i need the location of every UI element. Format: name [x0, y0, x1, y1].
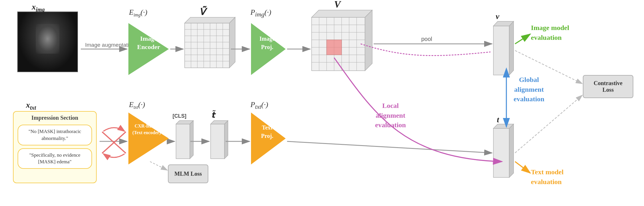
text-encoder-shape — [128, 113, 169, 164]
impression-box: Impression Section "No [MASK] intrathora… — [13, 111, 97, 183]
svg-marker-42 — [190, 121, 193, 159]
svg-line-58 — [515, 162, 530, 173]
x-img-label: ximg — [32, 2, 45, 13]
svg-marker-14 — [229, 17, 235, 68]
text-encoder-label: CXR-BERT (Text encoder) — [129, 123, 164, 136]
svg-rect-0 — [185, 23, 229, 68]
impression-sentence-1: "No [MASK] intrathoracic abnormality." — [18, 125, 92, 145]
t-small-label: t — [497, 115, 499, 124]
svg-line-49 — [102, 132, 126, 153]
x-txt-text: x — [26, 100, 30, 109]
cls-box — [176, 121, 193, 159]
cls-label: [CLS] — [173, 113, 186, 119]
local-alignment-eval-label: Local alignment evaluation — [375, 101, 406, 130]
text-model-eval-label: Text model evaluation — [531, 167, 564, 187]
contrastive-loss-label: Contrastive Loss — [594, 80, 623, 93]
V-grid — [312, 10, 372, 71]
svg-marker-35 — [493, 124, 514, 128]
v-small-label: v — [496, 12, 499, 21]
global-alignment-eval-label: Global alignment evaluation — [514, 75, 544, 104]
p-txt-label: Ptxt(·) — [250, 100, 268, 111]
impression-title: Impression Section — [18, 115, 92, 121]
p-img-label: Pimg(·) — [250, 8, 271, 18]
t-tilde-label: t̃ — [211, 110, 216, 119]
mlm-loss-box: MLM Loss — [168, 164, 208, 183]
image-model-eval-label: Image model evaluation — [531, 23, 569, 42]
svg-line-54 — [287, 141, 492, 153]
svg-rect-34 — [493, 128, 509, 177]
svg-line-57 — [515, 34, 530, 44]
svg-rect-40 — [176, 124, 190, 159]
svg-rect-31 — [493, 26, 509, 75]
x-img-text: x — [32, 2, 36, 11]
t-tilde-bar — [211, 121, 228, 159]
e-img-label: Eimg(·) — [129, 8, 147, 18]
pool-label: pool — [421, 36, 432, 42]
svg-marker-39 — [224, 121, 228, 159]
svg-rect-28 — [327, 40, 342, 55]
svg-rect-15 — [312, 17, 365, 71]
image-encoder-label: Image Encoder — [131, 35, 166, 51]
v-tilde-label: Ṽ — [199, 6, 208, 17]
svg-marker-41 — [176, 121, 193, 124]
x-txt-sub: txt — [30, 104, 36, 111]
contrastive-loss-box: Contrastive Loss — [583, 75, 633, 98]
image-proj-label: Image Proj. — [253, 35, 282, 51]
x-txt-label: xtxt — [26, 100, 36, 111]
e-txt-label: Etxt(·) — [129, 100, 145, 110]
t-bar — [493, 124, 514, 177]
svg-marker-33 — [509, 21, 514, 75]
xray-image — [17, 12, 78, 72]
svg-rect-37 — [211, 124, 224, 159]
text-proj-label: Text Proj. — [253, 123, 282, 140]
x-img-sub: img — [36, 6, 45, 13]
diagram: { "title": "CXR-BERT Contrastive Learnin… — [0, 0, 644, 206]
svg-marker-13 — [185, 17, 235, 23]
impression-sentence-2: "Specifically, no evidence [MASK] edema" — [18, 148, 92, 169]
svg-marker-32 — [493, 21, 514, 26]
svg-marker-30 — [365, 10, 372, 71]
v-tilde-grid — [185, 17, 235, 68]
svg-line-50 — [102, 132, 126, 153]
svg-marker-36 — [509, 124, 514, 177]
svg-marker-38 — [211, 121, 228, 124]
V-label: V — [334, 0, 341, 10]
v-bar — [493, 21, 514, 75]
svg-marker-29 — [312, 10, 372, 17]
mlm-loss-label: MLM Loss — [175, 171, 202, 177]
